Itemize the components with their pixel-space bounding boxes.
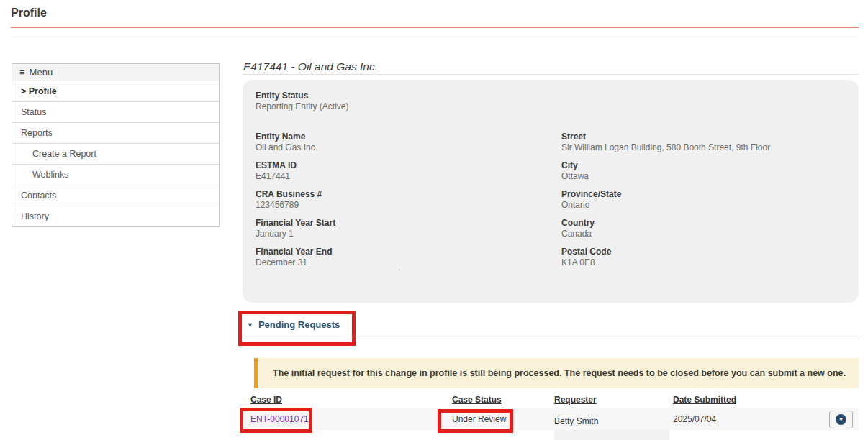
field-value: Oil and Gas Inc. <box>256 142 561 153</box>
field-value: E417441 <box>256 171 561 182</box>
title-underline <box>11 27 859 28</box>
hamburger-icon: ≡ <box>19 67 25 78</box>
entity-heading-rule <box>243 74 859 75</box>
table-row: ENT-00001071 Under Review Betty Smith 20… <box>243 408 859 430</box>
sidebar-item-create-report[interactable]: Create a Report <box>12 144 219 165</box>
chevron-down-circle-icon: ▾ <box>836 414 846 425</box>
field-value: K1A 0E8 <box>561 257 846 268</box>
row-actions-button[interactable]: ▾ <box>829 411 853 428</box>
field-postal-code: Postal Code K1A 0E8 <box>561 247 846 268</box>
entity-info-panel: Entity Status Reporting Entity (Active) … <box>243 80 859 303</box>
column-header-case-id[interactable]: Case ID <box>250 395 282 405</box>
field-value: December 31 <box>256 257 561 268</box>
field-value: 123456789 <box>256 200 561 211</box>
field-value: Reporting Entity (Active) <box>256 101 846 112</box>
field-value: Ontario <box>561 200 846 211</box>
page-title: Profile <box>11 6 47 19</box>
field-label: Entity Status <box>256 91 846 101</box>
column-header-date-submitted[interactable]: Date Submitted <box>673 395 736 405</box>
caret-down-icon: ▼ <box>247 321 253 329</box>
menu-header: ≡Menu <box>12 64 219 81</box>
column-header-requester[interactable]: Requester <box>554 395 597 405</box>
field-estma-id: ESTMA ID E417441 <box>256 160 561 182</box>
case-status-value: Under Review <box>452 408 506 430</box>
field-label: Financial Year End <box>256 247 561 257</box>
field-value: January 1 <box>256 229 561 239</box>
field-fy-start: Financial Year Start January 1 <box>256 218 561 239</box>
field-country: Country Canada <box>561 218 846 239</box>
field-label: City <box>561 160 846 171</box>
field-entity-name: Entity Name Oil and Gas Inc. <box>256 132 561 153</box>
field-fy-end: Financial Year End December 31 <box>256 247 561 268</box>
sidebar-item-contacts[interactable]: Contacts <box>12 185 219 206</box>
menu-header-label: Menu <box>30 67 53 78</box>
warning-text: The initial request for this change in p… <box>273 368 846 378</box>
column-header-case-status[interactable]: Case Status <box>452 395 502 405</box>
field-cra-business: CRA Business # 123456789 <box>256 189 561 211</box>
warning-alert: The initial request for this change in p… <box>254 358 859 388</box>
field-label: Financial Year Start <box>256 218 561 229</box>
date-submitted-value: 2025/07/04 <box>673 408 716 430</box>
field-label: Street <box>561 132 846 142</box>
sidebar-item-status[interactable]: Status <box>12 102 219 123</box>
case-id-link[interactable]: ENT-00001071 <box>250 414 309 424</box>
field-city: City Ottawa <box>561 160 846 182</box>
stray-mark: . <box>398 262 400 272</box>
field-province-state: Province/State Ontario <box>561 189 846 211</box>
sidebar-item-reports[interactable]: Reports <box>12 123 219 144</box>
sidebar-item-history[interactable]: History <box>12 206 219 226</box>
pending-requests-toggle[interactable]: ▼Pending Requests <box>247 319 340 330</box>
field-value: Ottawa <box>561 171 846 182</box>
entity-heading: E417441 - Oil and Gas Inc. <box>243 60 378 73</box>
pending-requests-label: Pending Requests <box>258 319 340 330</box>
field-value: Sir William Logan Building, 580 Booth St… <box>561 142 846 153</box>
pending-requests-table-header: Case ID Case Status Requester Date Submi… <box>243 395 859 406</box>
field-label: CRA Business # <box>256 189 561 200</box>
field-street: Street Sir William Logan Building, 580 B… <box>561 132 846 153</box>
requester-value: Betty Smith <box>554 411 598 432</box>
field-label: Postal Code <box>561 247 846 257</box>
field-value: Canada <box>561 229 846 239</box>
field-label: Country <box>561 218 846 229</box>
sidebar-menu: ≡Menu > Profile Status Reports Create a … <box>12 63 220 227</box>
next-row-partial <box>554 430 669 440</box>
field-label: ESTMA ID <box>256 160 561 171</box>
field-entity-status: Entity Status Reporting Entity (Active) <box>256 91 846 112</box>
field-label: Province/State <box>561 189 846 200</box>
sidebar-item-weblinks[interactable]: Weblinks <box>12 165 219 185</box>
header-divider <box>11 37 859 37</box>
sidebar-item-profile[interactable]: > Profile <box>12 81 219 102</box>
field-label: Entity Name <box>256 132 561 142</box>
pending-section-rule <box>243 339 859 339</box>
